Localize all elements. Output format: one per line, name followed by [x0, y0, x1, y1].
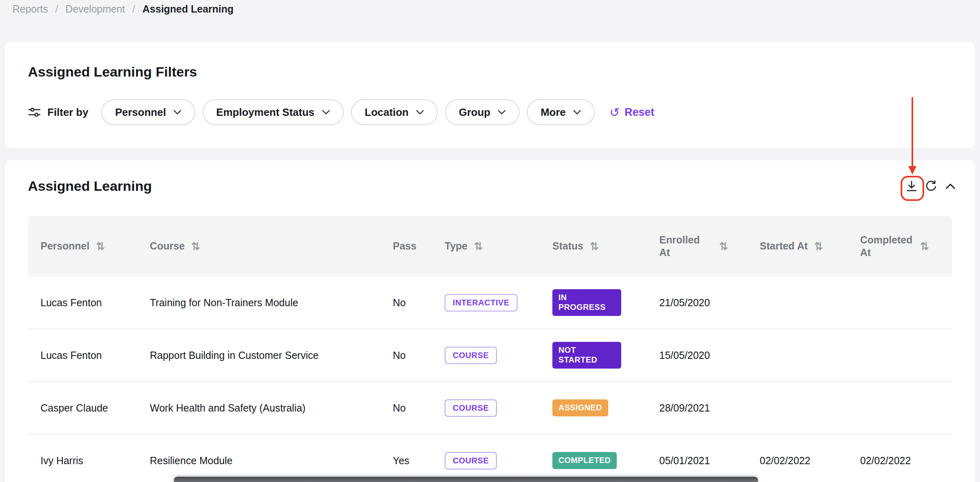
type-badge: INTERACTIVE	[445, 294, 518, 311]
sort-icon[interactable]: ⇅	[590, 240, 599, 253]
column-header-enrolled-at[interactable]: Enrolled At ⇅	[647, 234, 747, 259]
filter-personnel-label: Personnel	[115, 106, 166, 119]
filter-sliders-icon	[28, 107, 41, 118]
sort-icon[interactable]: ⇅	[191, 240, 200, 253]
filter-personnel-button[interactable]: Personnel	[101, 99, 195, 125]
column-label: Status	[552, 240, 583, 252]
cell-enrolled-at: 21/05/2020	[647, 297, 747, 309]
refresh-button[interactable]	[924, 179, 938, 194]
cell-enrolled-at: 28/09/2021	[647, 402, 747, 414]
cell-enrolled-at: 15/05/2020	[647, 350, 747, 361]
sort-icon[interactable]: ⇅	[920, 240, 929, 253]
filter-employment-status-label: Employment Status	[216, 106, 315, 119]
type-badge: COURSE	[445, 452, 497, 469]
filter-group-label: Group	[459, 106, 490, 119]
cell-course: Rapport Building in Customer Service	[137, 350, 380, 361]
cell-type: COURSE	[432, 452, 540, 469]
cell-personnel: Casper Claude	[28, 402, 137, 414]
status-badge: ASSIGNED	[552, 399, 608, 416]
filters-card: Assigned Learning Filters Filter by Pers…	[5, 42, 975, 148]
download-button[interactable]	[904, 179, 919, 194]
sort-icon[interactable]: ⇅	[96, 240, 105, 253]
chevron-down-icon	[416, 110, 424, 115]
filter-location-button[interactable]: Location	[351, 99, 438, 125]
cell-personnel: Lucas Fenton	[28, 350, 137, 361]
table-actions	[904, 179, 958, 194]
filters-title: Assigned Learning Filters	[28, 64, 952, 80]
sort-icon[interactable]: ⇅	[719, 240, 728, 253]
column-header-status[interactable]: Status ⇅	[540, 240, 647, 253]
table-row: Lucas Fenton Training for Non-Trainers M…	[28, 277, 952, 329]
cell-personnel: Ivy Harris	[28, 455, 137, 467]
assigned-learning-card: Assigned Learning	[5, 160, 975, 482]
cell-completed-at: 02/02/2022	[848, 455, 952, 467]
cell-pass: No	[380, 297, 432, 309]
cell-status: IN PROGRESS	[540, 289, 647, 316]
filter-more-button[interactable]: More	[527, 99, 595, 125]
type-badge: COURSE	[445, 399, 497, 417]
cell-type: COURSE	[432, 399, 540, 417]
cell-pass: No	[380, 350, 432, 361]
table-title: Assigned Learning	[28, 178, 152, 194]
cell-course: Resilience Module	[137, 455, 380, 467]
reset-icon: ↺	[609, 105, 620, 119]
horizontal-scrollbar-thumb[interactable]	[174, 477, 758, 482]
table-row: Ivy Harris Resilience Module Yes COURSE …	[28, 435, 952, 482]
breadcrumb-separator: /	[132, 3, 135, 15]
download-icon	[905, 179, 918, 193]
cell-enrolled-at: 05/01/2021	[647, 455, 747, 467]
column-header-type[interactable]: Type ⇅	[432, 240, 540, 253]
filter-by: Filter by	[28, 106, 88, 119]
status-badge: NOT STARTED	[552, 342, 621, 368]
breadcrumb-item-development[interactable]: Development	[66, 3, 125, 15]
cell-status: COMPLETED	[540, 452, 647, 469]
collapse-button[interactable]	[943, 179, 958, 194]
column-label: Started At	[760, 240, 808, 252]
assigned-learning-table: Personnel ⇅ Course ⇅ Pass Type ⇅ Status …	[28, 216, 952, 482]
column-header-pass: Pass	[380, 240, 432, 252]
filter-by-label: Filter by	[47, 106, 88, 119]
cell-type: COURSE	[432, 347, 540, 364]
breadcrumb-item-reports[interactable]: Reports	[13, 3, 48, 15]
cell-status: ASSIGNED	[540, 399, 647, 416]
breadcrumb-separator: /	[55, 3, 58, 15]
filter-row: Filter by Personnel Employment Status Lo…	[28, 99, 952, 125]
table-row: Lucas Fenton Rapport Building in Custome…	[28, 329, 952, 382]
column-label: Enrolled At	[659, 234, 713, 259]
column-header-course[interactable]: Course ⇅	[137, 240, 380, 253]
column-header-started-at[interactable]: Started At ⇅	[747, 240, 848, 253]
column-label: Course	[150, 240, 185, 252]
table-header-row: Personnel ⇅ Course ⇅ Pass Type ⇅ Status …	[28, 216, 952, 277]
breadcrumb-item-assigned-learning: Assigned Learning	[143, 3, 234, 15]
status-badge: COMPLETED	[552, 452, 617, 469]
filter-more-label: More	[541, 106, 566, 119]
page: Reports / Development / Assigned Learnin…	[0, 0, 980, 482]
column-label: Completed At	[860, 234, 914, 259]
column-header-completed-at[interactable]: Completed At ⇅	[848, 234, 952, 259]
refresh-icon	[924, 179, 938, 193]
chevron-down-icon	[573, 110, 581, 115]
table-card-header: Assigned Learning	[28, 178, 952, 194]
filter-group-button[interactable]: Group	[445, 99, 520, 125]
type-badge: COURSE	[445, 347, 497, 364]
chevron-up-icon	[944, 179, 957, 193]
filter-location-label: Location	[365, 106, 409, 119]
sort-icon[interactable]: ⇅	[814, 240, 823, 253]
cell-started-at: 02/02/2022	[747, 455, 848, 467]
cell-status: NOT STARTED	[540, 342, 647, 368]
chevron-down-icon	[322, 110, 330, 115]
chevron-down-icon	[173, 110, 181, 115]
breadcrumb: Reports / Development / Assigned Learnin…	[13, 3, 234, 15]
sort-icon[interactable]: ⇅	[474, 240, 483, 253]
cell-personnel: Lucas Fenton	[28, 297, 137, 309]
reset-button[interactable]: ↺ Reset	[609, 105, 654, 119]
reset-label: Reset	[624, 106, 654, 119]
filter-employment-status-button[interactable]: Employment Status	[202, 99, 344, 125]
cell-pass: Yes	[380, 455, 432, 467]
cell-type: INTERACTIVE	[432, 294, 540, 311]
status-badge: IN PROGRESS	[552, 289, 621, 316]
chevron-down-icon	[498, 110, 506, 115]
column-header-personnel[interactable]: Personnel ⇅	[28, 240, 137, 253]
column-label: Pass	[393, 240, 416, 252]
column-label: Type	[445, 240, 468, 252]
